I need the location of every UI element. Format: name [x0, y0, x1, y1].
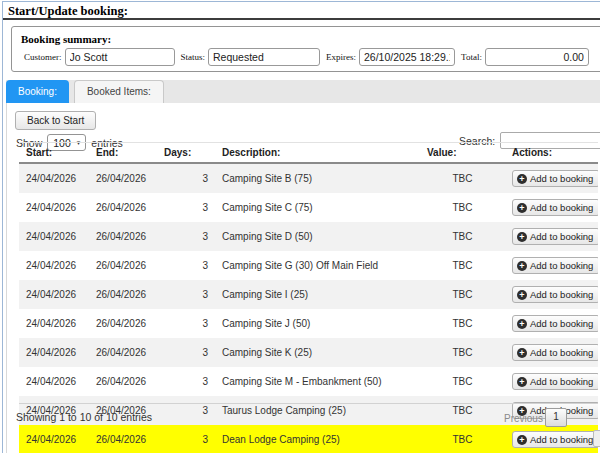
cell-end: 26/04/2026: [89, 163, 157, 193]
tab-bar: Booking: Booked Items:: [6, 80, 600, 103]
expires-field[interactable]: [359, 48, 455, 66]
plus-circle-icon: +: [517, 174, 527, 184]
cell-value: TBC: [420, 396, 505, 425]
table-row: 24/04/2026 26/04/2026 3 Camping Site K (…: [19, 338, 598, 367]
plus-circle-icon: +: [517, 290, 527, 300]
cell-description: Camping Site C (75): [215, 193, 420, 222]
cell-start: 24/04/2026: [19, 193, 89, 222]
add-to-booking-button[interactable]: + Add to booking: [512, 170, 598, 187]
cell-value: TBC: [420, 163, 505, 193]
plus-circle-icon: +: [517, 348, 527, 358]
summary-fields: Customer: Status: Expires: Total:: [18, 48, 589, 66]
cell-value: TBC: [420, 425, 505, 453]
status-label: Status:: [181, 52, 206, 62]
table-row: 24/04/2026 26/04/2026 3 Camping Site J (…: [19, 309, 598, 338]
cell-description: Dean Lodge Camping (25): [215, 425, 420, 453]
cell-description: Camping Site M - Embankment (50): [215, 367, 420, 396]
plus-circle-icon: +: [517, 377, 527, 387]
customer-field[interactable]: [65, 48, 175, 66]
total-field[interactable]: [485, 48, 589, 66]
add-to-booking-label: Add to booking: [530, 376, 593, 387]
column-header-value[interactable]: Value:: [420, 143, 505, 164]
page-title: Start/Update booking:: [8, 4, 128, 19]
add-to-booking-button[interactable]: + Add to booking: [512, 257, 598, 274]
column-header-days[interactable]: Days:: [157, 143, 215, 164]
cell-actions: + Add to booking: [505, 367, 598, 396]
cell-actions: + Add to booking: [505, 251, 598, 280]
add-to-booking-label: Add to booking: [530, 347, 593, 358]
cell-start: 24/04/2026: [19, 251, 89, 280]
cell-description: Camping Site I (25): [215, 280, 420, 309]
next-button[interactable]: [593, 430, 600, 447]
table-row: 24/04/2026 26/04/2026 3 Camping Site M -…: [19, 367, 598, 396]
cell-end: 26/04/2026: [89, 251, 157, 280]
table-header-row: Start: End: Days: Description: Value: Ac…: [19, 143, 598, 164]
availability-table: Start: End: Days: Description: Value: Ac…: [19, 142, 598, 453]
plus-circle-icon: +: [517, 261, 527, 271]
table-row: 24/04/2026 26/04/2026 3 Camping Site G (…: [19, 251, 598, 280]
results-table-body: 24/04/2026 26/04/2026 3 Camping Site B (…: [19, 163, 598, 453]
cell-end: 26/04/2026: [89, 338, 157, 367]
cell-value: TBC: [420, 193, 505, 222]
cell-actions: + Add to booking: [505, 222, 598, 251]
booking-tab-panel: Back to Start Show 100 ▾ entries Search:…: [6, 103, 600, 453]
start-update-booking-panel: Start/Update booking: Booking summary: C…: [2, 1, 600, 453]
add-to-booking-button[interactable]: + Add to booking: [512, 431, 598, 448]
tab-booked-items[interactable]: Booked Items:: [74, 80, 164, 103]
cell-description: Camping Site K (25): [215, 338, 420, 367]
cell-days: 3: [157, 222, 215, 251]
add-to-booking-button[interactable]: + Add to booking: [512, 373, 598, 390]
cell-days: 3: [157, 367, 215, 396]
column-header-description[interactable]: Description:: [215, 143, 420, 164]
cell-start: 24/04/2026: [19, 163, 89, 193]
add-to-booking-button[interactable]: + Add to booking: [512, 344, 598, 361]
add-to-booking-button[interactable]: + Add to booking: [512, 286, 598, 303]
cell-actions: + Add to booking: [505, 425, 598, 453]
expires-label: Expires:: [326, 52, 356, 62]
plus-circle-icon: +: [517, 435, 527, 445]
cell-end: 26/04/2026: [89, 367, 157, 396]
previous-button[interactable]: Previous: [504, 413, 543, 424]
cell-days: 3: [157, 338, 215, 367]
column-header-actions: Actions:: [505, 143, 598, 164]
cell-start: 24/04/2026: [19, 425, 89, 453]
cell-value: TBC: [420, 309, 505, 338]
table-row: 24/04/2026 26/04/2026 3 Camping Site C (…: [19, 193, 598, 222]
cell-start: 24/04/2026: [19, 338, 89, 367]
column-header-end[interactable]: End:: [89, 143, 157, 164]
plus-circle-icon: +: [517, 203, 527, 213]
column-header-start[interactable]: Start:: [19, 143, 89, 164]
add-to-booking-button[interactable]: + Add to booking: [512, 228, 598, 245]
add-to-booking-button[interactable]: + Add to booking: [512, 199, 598, 216]
cell-end: 26/04/2026: [89, 193, 157, 222]
cell-value: TBC: [420, 251, 505, 280]
cell-description: Camping Site G (30) Off Main Field: [215, 251, 420, 280]
customer-label: Customer:: [24, 52, 62, 62]
cell-start: 24/04/2026: [19, 280, 89, 309]
tab-booking[interactable]: Booking:: [6, 80, 69, 103]
cell-value: TBC: [420, 280, 505, 309]
add-to-booking-button[interactable]: + Add to booking: [512, 315, 598, 332]
table-bottom-divider: [19, 403, 598, 404]
table-row: 24/04/2026 26/04/2026 3 Dean Lodge Campi…: [19, 425, 598, 453]
cell-days: 3: [157, 425, 215, 453]
cell-end: 26/04/2026: [89, 309, 157, 338]
page-1-button[interactable]: 1: [545, 408, 567, 427]
cell-actions: + Add to booking: [505, 309, 598, 338]
plus-circle-icon: +: [517, 232, 527, 242]
table-row: 24/04/2026 26/04/2026 3 Camping Site I (…: [19, 280, 598, 309]
cell-value: TBC: [420, 367, 505, 396]
cell-start: 24/04/2026: [19, 222, 89, 251]
add-to-booking-label: Add to booking: [530, 434, 593, 445]
cell-description: Camping Site J (50): [215, 309, 420, 338]
cell-value: TBC: [420, 338, 505, 367]
total-label: Total:: [461, 52, 482, 62]
back-to-start-button[interactable]: Back to Start: [15, 111, 96, 130]
cell-end: 26/04/2026: [89, 425, 157, 453]
add-to-booking-label: Add to booking: [530, 260, 593, 271]
cell-days: 3: [157, 163, 215, 193]
cell-days: 3: [157, 280, 215, 309]
cell-actions: + Add to booking: [505, 280, 598, 309]
status-field[interactable]: [208, 48, 320, 66]
table-info: Showing 1 to 10 of 10 entries: [16, 411, 152, 423]
